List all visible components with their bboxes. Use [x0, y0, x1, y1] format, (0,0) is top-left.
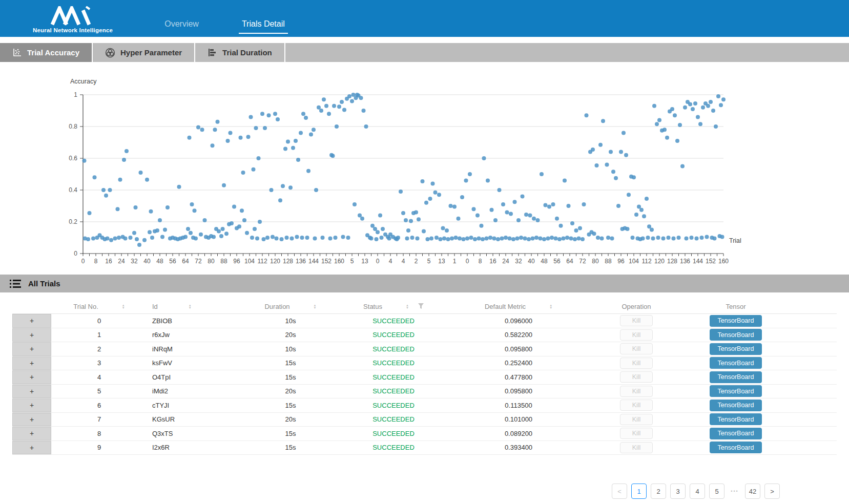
accuracy-scatter-chart[interactable]: 00.20.40.60.8108162432404856647280889610… [0, 62, 849, 275]
page-button-3[interactable]: 3 [670, 484, 686, 499]
subtab-trial-duration[interactable]: Trial Duration [195, 43, 285, 62]
page-button-4[interactable]: 4 [690, 484, 705, 499]
prev-page-button[interactable]: < [612, 484, 627, 499]
expand-row-button[interactable]: + [12, 342, 51, 356]
table-body: +0ZBIOB10sSUCCEEDED0.096000KillTensorBoa… [12, 314, 837, 455]
column-label: Default Metric [485, 303, 526, 310]
tensorboard-button[interactable]: TensorBoard [710, 371, 762, 383]
kill-button[interactable]: Kill [620, 400, 653, 411]
expand-row-button[interactable]: + [12, 441, 51, 455]
kill-button[interactable]: Kill [620, 428, 653, 439]
cell-trial-no: 7 [51, 415, 147, 423]
kill-button[interactable]: Kill [620, 414, 653, 425]
svg-text:64: 64 [182, 258, 189, 265]
cell-status: SUCCEEDED [345, 331, 442, 339]
svg-text:96: 96 [617, 258, 625, 265]
cell-duration: 15s [236, 373, 345, 381]
kill-button[interactable]: Kill [620, 371, 653, 383]
table-row: +4O4TpI15sSUCCEEDED0.477800KillTensorBoa… [12, 370, 837, 385]
kill-button[interactable]: Kill [620, 343, 653, 354]
tensor-cell: TensorBoard [677, 400, 794, 411]
subtab-trial-accuracy[interactable]: Trial Accuracy [0, 43, 93, 62]
column-header-trial-no[interactable]: Trial No. ▲▼ [51, 303, 147, 310]
cell-trial-id: O4TpI [147, 373, 236, 381]
tensorboard-button[interactable]: TensorBoard [710, 315, 762, 327]
tensorboard-button[interactable]: TensorBoard [710, 357, 762, 369]
kill-button[interactable]: Kill [620, 442, 653, 453]
cell-duration: 15s [236, 402, 345, 409]
cell-status: SUCCEEDED [345, 317, 442, 325]
column-header-default-metric[interactable]: Default Metric ▲▼ [442, 303, 595, 310]
tensor-cell: TensorBoard [677, 428, 794, 439]
cell-trial-no: 3 [51, 359, 147, 367]
kill-button[interactable]: Kill [620, 329, 653, 341]
svg-text:152: 152 [321, 258, 332, 265]
page-button-2[interactable]: 2 [651, 484, 666, 499]
sort-icon[interactable]: ▲▼ [549, 304, 552, 309]
operation-cell: Kill [595, 315, 677, 326]
cell-status: SUCCEEDED [345, 373, 442, 381]
trial-accuracy-chart-section: 00.20.40.60.8108162432404856647280889610… [0, 62, 849, 275]
expand-row-button[interactable]: + [12, 385, 51, 398]
sort-icon[interactable]: ▲▼ [122, 304, 125, 309]
column-header-duration[interactable]: Duration ▲▼ [236, 303, 345, 310]
kill-button[interactable]: Kill [620, 386, 653, 397]
cell-duration: 10s [236, 317, 345, 325]
page-button-1[interactable]: 1 [631, 484, 647, 499]
expand-row-button[interactable]: + [12, 314, 51, 328]
svg-text:2: 2 [415, 258, 418, 265]
trials-table: Trial No. ▲▼ Id ▲▼ Duration ▲▼ Status ▲▼… [12, 300, 837, 455]
subtab-bar: Trial Accuracy Hyper Parameter Trial Dur… [0, 43, 849, 62]
column-label: Trial No. [73, 303, 98, 310]
svg-text:112: 112 [257, 258, 267, 265]
page-button-42[interactable]: 42 [745, 484, 760, 499]
sort-icon[interactable]: ▲▼ [406, 304, 409, 309]
tensor-cell: TensorBoard [677, 385, 794, 397]
cell-status: SUCCEEDED [345, 345, 442, 353]
tensorboard-button[interactable]: TensorBoard [710, 343, 762, 355]
cell-status: SUCCEEDED [345, 402, 442, 409]
tensorboard-button[interactable]: TensorBoard [710, 385, 762, 397]
expand-row-button[interactable]: + [12, 427, 51, 440]
svg-text:16: 16 [105, 258, 112, 265]
table-row: +5iMdi220sSUCCEEDED0.095800KillTensorBoa… [12, 385, 837, 399]
table-row: +7KGsUR20sSUCCEEDED0.101000KillTensorBoa… [12, 413, 837, 427]
filter-icon[interactable] [418, 303, 424, 310]
expand-row-button[interactable]: + [12, 328, 51, 342]
svg-text:104: 104 [244, 258, 255, 265]
cell-trial-no: 8 [51, 430, 147, 437]
expand-row-button[interactable]: + [12, 370, 51, 384]
sort-icon[interactable]: ▲▼ [314, 304, 317, 309]
svg-text:88: 88 [220, 258, 227, 265]
sort-icon[interactable]: ▲▼ [189, 304, 192, 309]
tensorboard-button[interactable]: TensorBoard [710, 329, 762, 341]
kill-button[interactable]: Kill [620, 315, 653, 326]
svg-text:120: 120 [270, 258, 280, 265]
table-row: +8Q3xTS15sSUCCEEDED0.089200KillTensorBoa… [12, 427, 837, 441]
expand-row-button[interactable]: + [12, 398, 51, 412]
kill-button[interactable]: Kill [620, 358, 653, 369]
column-header-status[interactable]: Status ▲▼ [345, 303, 442, 310]
nni-logo: Neural Network Intelligence [33, 6, 113, 37]
cell-duration: 15s [236, 444, 345, 451]
pages-ellipsis[interactable]: ••• [729, 484, 741, 499]
tab-trials-detail[interactable]: Trials Detail [239, 19, 288, 34]
svg-text:13: 13 [361, 258, 368, 265]
cell-status: SUCCEEDED [345, 387, 442, 395]
column-header-id[interactable]: Id ▲▼ [147, 303, 236, 310]
page-button-5[interactable]: 5 [709, 484, 724, 499]
tensorboard-button[interactable]: TensorBoard [710, 413, 762, 425]
tab-overview[interactable]: Overview [161, 19, 202, 37]
svg-text:96: 96 [233, 258, 240, 265]
next-page-button[interactable]: > [764, 484, 780, 499]
tensorboard-button[interactable]: TensorBoard [710, 400, 762, 411]
cell-trial-id: ZBIOB [147, 317, 236, 325]
svg-text:128: 128 [667, 258, 677, 265]
cell-status: SUCCEEDED [345, 415, 442, 423]
expand-row-button[interactable]: + [12, 356, 51, 370]
svg-text:64: 64 [566, 258, 573, 265]
subtab-hyper-parameter[interactable]: Hyper Parameter [93, 43, 195, 62]
tensorboard-button[interactable]: TensorBoard [710, 428, 762, 439]
tensorboard-button[interactable]: TensorBoard [710, 442, 762, 453]
expand-row-button[interactable]: + [12, 413, 51, 427]
